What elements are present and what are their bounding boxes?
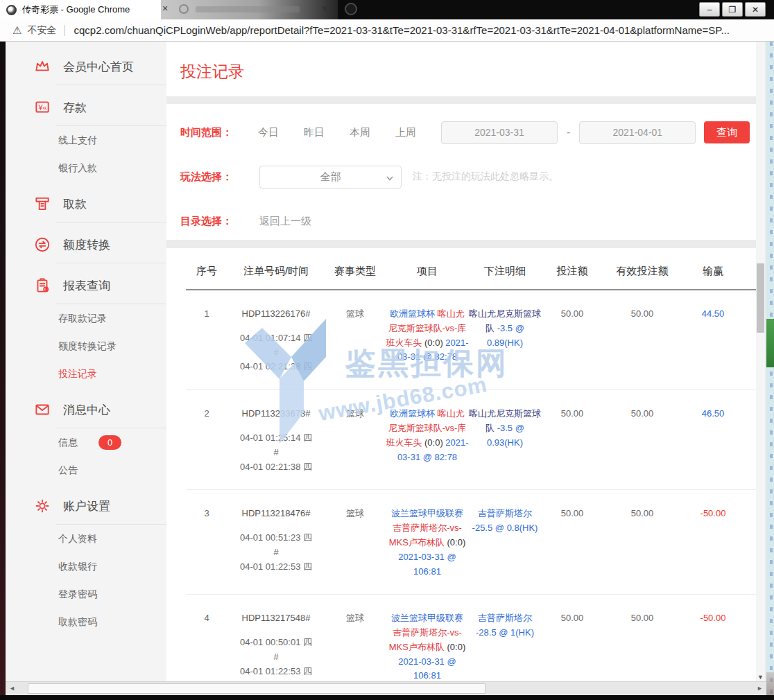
column-header-项目: 项目	[386, 265, 469, 278]
sidebar-section: 账户设置个人资料收款银行登录密码取款密码	[6, 488, 166, 636]
sidebar-item-存款[interactable]: ¥«存款	[6, 89, 166, 125]
vertical-scrollbar[interactable]: ▼	[756, 42, 765, 681]
time-range-row: 时间范围： 今日 昨日 本周 上周 2021-03-31 - 2021-04-0…	[180, 121, 757, 144]
sidebar-subitem-投注记录[interactable]: 投注记录	[6, 360, 166, 387]
horizontal-scrollbar-thumb[interactable]	[28, 683, 485, 694]
not-secure-label[interactable]: 不安全	[27, 24, 56, 37]
ghost-close-icon: ×	[322, 3, 327, 14]
sidebar-subitem-存取款记录[interactable]: 存取款记录	[6, 304, 166, 332]
sidebar-item-取款[interactable]: 取款	[6, 186, 166, 222]
scroll-down-arrow-icon[interactable]: ▼	[756, 674, 765, 681]
back-up-level-link[interactable]: 返回上一级	[259, 215, 311, 228]
sidebar-subitem-登录密码[interactable]: 登录密码	[6, 580, 166, 608]
url-field[interactable]: cqcp2.com/chuanQiCPLoginWeb/app/reportDe…	[74, 24, 729, 36]
sidebar-subitem-线上支付[interactable]: 线上支付	[6, 126, 166, 154]
table-row: 1HDP113226176#04-01 01:07:14 四#04-01 02:…	[186, 290, 757, 390]
sidebar-subitem-label: 收款银行	[58, 552, 97, 580]
match-score: (0:0)	[424, 338, 445, 348]
settle-time: 04-01 02:21:38 四	[227, 460, 325, 475]
chevron-down-icon	[386, 174, 394, 182]
cell-valid-amount: 50.00	[603, 507, 681, 579]
divider	[55, 263, 166, 263]
chrome-icon	[6, 5, 17, 15]
order-number[interactable]: HDP113218476#	[227, 507, 325, 521]
sidebar-section: 取款	[6, 186, 166, 222]
sidebar-item-账户设置[interactable]: 账户设置	[6, 488, 166, 524]
cell-bet-amount: 50.00	[541, 407, 603, 474]
wallpaper-green-patch	[766, 319, 774, 367]
sidebar-subitem-label: 登录密码	[58, 580, 97, 608]
quick-range-yesterday[interactable]: 昨日	[304, 126, 325, 139]
cell-bet-detail: 喀山尤尼克斯篮球队 -3.5 @ 0.93(HK)	[469, 407, 541, 474]
horizontal-scrollbar[interactable]: ◄ ►	[6, 681, 766, 695]
bet-team: 吉普萨斯塔尔	[478, 508, 532, 518]
maximize-button[interactable]: ❐	[722, 2, 743, 17]
sidebar-subitem-信息[interactable]: 信息0	[6, 428, 166, 456]
report-icon	[33, 277, 51, 295]
vertical-scrollbar-thumb[interactable]	[757, 263, 764, 333]
cell-win-loss: -50.00	[681, 611, 745, 681]
order-number[interactable]: HDP113226176#	[227, 307, 325, 322]
bet-time: 04-01 01:25:14 四	[227, 431, 325, 446]
card-gap	[166, 96, 757, 105]
cell-sport-type: 篮球	[325, 407, 386, 474]
quick-range-today[interactable]: 今日	[258, 126, 279, 139]
sidebar-subitem-label: 信息	[58, 428, 78, 456]
cell-bet-amount: 50.00	[541, 507, 603, 579]
sidebar-subitem-公告[interactable]: 公告	[6, 456, 166, 484]
cell-bet-amount: 50.00	[541, 307, 603, 374]
cell-bet-detail: 吉普萨斯塔尔 -25.5 @ 0.8(HK)	[469, 507, 541, 579]
crown-icon	[33, 58, 51, 76]
cell-seq: 1	[186, 307, 227, 374]
date-to-input[interactable]: 2021-04-01	[579, 121, 696, 144]
browser-window: 传奇彩票 - Google Chrome × × – ❐ ✕ ⚠ 不安全 cqc…	[0, 0, 774, 700]
column-header-注单号码/时间: 注单号码/时间	[227, 265, 325, 278]
quick-range-this-week[interactable]: 本周	[350, 126, 370, 139]
sidebar-item-label: 账户设置	[63, 498, 110, 514]
order-number[interactable]: HDP113233678#	[227, 407, 325, 421]
ghost-app-icon	[179, 4, 189, 14]
play-select-dropdown[interactable]: 全部	[259, 166, 402, 189]
scroll-left-arrow-icon[interactable]: ◄	[9, 685, 15, 692]
cell-win-loss: -50.00	[681, 507, 745, 579]
quick-range-last-week[interactable]: 上周	[395, 126, 416, 139]
time-separator: #	[227, 346, 325, 360]
query-button[interactable]: 查询	[704, 121, 750, 143]
withdraw-icon	[33, 195, 51, 213]
close-button[interactable]: ✕	[745, 2, 766, 17]
column-header-序号: 序号	[186, 265, 227, 278]
table-row: 4HDP113217548#04-01 00:50:01 四#04-01 01:…	[186, 595, 757, 681]
sidebar-item-会员中心首页[interactable]: 会员中心首页	[6, 49, 166, 85]
sidebar-item-额度转换[interactable]: 额度转换	[6, 227, 166, 263]
date-from-input[interactable]: 2021-03-31	[441, 121, 558, 144]
border-dash-pattern	[770, 42, 773, 700]
sidebar: 会员中心首页¥«存款线上支付银行入款取款额度转换报表查询存取款记录额度转换记录投…	[6, 42, 166, 681]
deposit-icon: ¥«	[33, 98, 51, 116]
sidebar-subitem-label: 线上支付	[58, 126, 97, 154]
scroll-right-arrow-icon[interactable]: ►	[757, 685, 763, 692]
window-title: 传奇彩票 - Google Chrome	[22, 3, 130, 16]
ghost-title-bar	[196, 6, 300, 12]
sidebar-item-报表查询[interactable]: 报表查询	[6, 268, 166, 304]
sidebar-subitem-收款银行[interactable]: 收款银行	[6, 552, 166, 580]
settings-icon	[33, 497, 51, 515]
time-range-label: 时间范围：	[180, 126, 258, 139]
sidebar-item-label: 报表查询	[63, 278, 110, 294]
time-separator: #	[227, 650, 325, 665]
sidebar-subitem-银行入款[interactable]: 银行入款	[6, 154, 166, 182]
match-score: (0:0)	[447, 537, 466, 548]
sidebar-subitem-个人资料[interactable]: 个人资料	[6, 525, 166, 552]
sidebar-item-label: 取款	[63, 196, 87, 212]
column-header-下注明细: 下注明细	[469, 265, 541, 278]
cell-sport-type: 篮球	[325, 611, 386, 681]
sidebar-item-消息中心[interactable]: 消息中心	[6, 392, 166, 428]
not-secure-warning-icon[interactable]: ⚠	[12, 24, 22, 37]
sidebar-subitem-额度转换记录[interactable]: 额度转换记录	[6, 332, 166, 360]
cell-valid-amount: 50.00	[603, 611, 681, 681]
order-number[interactable]: HDP113217548#	[227, 611, 325, 626]
message-icon	[33, 401, 51, 419]
minimize-button[interactable]: –	[699, 2, 720, 17]
sidebar-subitem-取款密码[interactable]: 取款密码	[6, 608, 166, 636]
match-date-result: 2021-03-31 @ 106:81	[398, 552, 456, 577]
address-bar: ⚠ 不安全 cqcp2.com/chuanQiCPLoginWeb/app/re…	[0, 19, 774, 42]
